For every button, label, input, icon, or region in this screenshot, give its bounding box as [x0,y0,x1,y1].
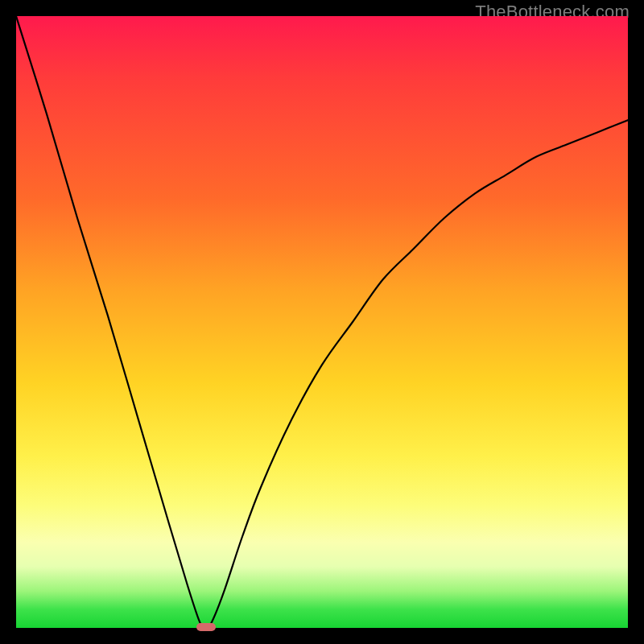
chart-container: TheBottleneck.com [0,0,644,644]
curve-svg [16,16,628,628]
bottleneck-curve [16,16,628,628]
minimum-marker [196,623,216,631]
plot-area [16,16,628,628]
